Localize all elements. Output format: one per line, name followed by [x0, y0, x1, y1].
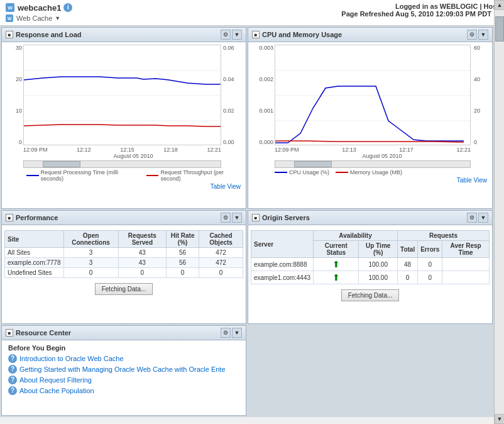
- legend-item-cpu: CPU Usage (%): [275, 169, 329, 176]
- origin-group-header-row: Server Availability Requests: [251, 231, 490, 241]
- requests-example: 43: [118, 258, 166, 268]
- table-row: Undefined Sites 0 0 0 0: [5, 268, 243, 278]
- settings-icon-origin[interactable]: ⚙: [467, 213, 477, 223]
- close-icon-resource[interactable]: ▼: [232, 328, 242, 338]
- col-cached: Cached Objects: [199, 231, 243, 248]
- scroll-down-button[interactable]: ▼: [495, 414, 504, 424]
- cpu-chart-legend: CPU Usage (%) Memory Usage (MB): [275, 169, 490, 176]
- resource-center-content: Before You Begin ? Introduction to Oracl…: [2, 340, 246, 401]
- header-right: Logged in as WEBLOGIC | Host Page Refres…: [341, 3, 499, 18]
- resource-link-2[interactable]: ? About Request Filtering: [8, 376, 239, 384]
- close-icon-origin[interactable]: ▼: [478, 213, 488, 223]
- origin-content: Server Availability Requests Current Sta…: [248, 225, 492, 309]
- x-axis-labels-cpu: 12:09 PM 12:13 12:17 12:21: [275, 147, 471, 153]
- expand-icon-origin[interactable]: ■: [252, 214, 260, 221]
- resource-center-title: ■ Resource Center: [6, 329, 71, 337]
- close-icon-cpu[interactable]: ▼: [478, 30, 488, 40]
- expand-icon-resource[interactable]: ■: [6, 329, 13, 337]
- origin-table: Server Availability Requests Current Sta…: [251, 230, 490, 284]
- server-1: example.com:8888: [251, 258, 314, 271]
- cpu-memory-svg: [275, 45, 471, 145]
- resource-link-0[interactable]: ? Introduction to Oracle Web Cache: [8, 354, 239, 363]
- settings-icon-resource[interactable]: ⚙: [221, 328, 231, 338]
- performance-content: Site Open Connections Requests Served Hi…: [2, 225, 246, 303]
- expand-icon[interactable]: ■: [6, 31, 13, 38]
- panel-controls: ⚙ ▼: [221, 30, 242, 40]
- legend-label-cpu: CPU Usage (%): [289, 169, 329, 176]
- uptime-1: 100.00: [359, 258, 398, 271]
- logged-in-label: Logged in as: [395, 3, 438, 10]
- info-icon[interactable]: i: [63, 3, 72, 12]
- legend-color-cpu-blue: [275, 172, 287, 173]
- cached-example: 472: [199, 258, 243, 268]
- right-scrollbar[interactable]: ▲ ▼: [494, 0, 504, 424]
- total-2: 0: [398, 271, 418, 284]
- table-view-link[interactable]: Table View: [4, 182, 243, 191]
- cpu-scrollbar-h[interactable]: [275, 160, 471, 168]
- legend-label-memory: Memory Usage (MB): [350, 169, 402, 176]
- help-icon-2: ?: [8, 376, 17, 384]
- expand-icon-perf[interactable]: ■: [6, 214, 13, 221]
- page-refresh-info: Page Refreshed Aug 5, 2010 12:09:03 PM P…: [341, 10, 499, 18]
- col-total: Total: [398, 241, 418, 258]
- origin-fetch-button[interactable]: Fetching Data...: [341, 289, 400, 301]
- dropdown-arrow-icon: ▼: [55, 15, 60, 21]
- open-all: 3: [63, 248, 118, 258]
- performance-table: Site Open Connections Requests Served Hi…: [4, 230, 243, 278]
- response-load-chart-area: 30 20 10 0 0.06 0.04 0.02 0.00: [2, 42, 246, 194]
- cpu-memory-header: ■ CPU and Memory Usage ⚙ ▼: [248, 28, 492, 42]
- resource-link-label-2: About Request Filtering: [19, 376, 92, 384]
- col-uptime: Up Time (%): [359, 241, 398, 258]
- perf-fetch-button[interactable]: Fetching Data...: [95, 283, 153, 295]
- site-example: example.com:7778: [5, 258, 64, 268]
- cpu-chart-date: August 05 2010: [275, 153, 490, 159]
- y-axis-left-cpu: 0.003 0.002 0.001 0.000: [251, 45, 273, 145]
- table-row: All Sites 3 43 56 472: [5, 248, 243, 258]
- resource-center-label: Resource Center: [16, 329, 71, 337]
- resource-link-1[interactable]: ? Getting Started with Managing Oracle W…: [8, 365, 239, 374]
- close-icon-perf[interactable]: ▼: [232, 213, 242, 223]
- cpu-memory-panel: ■ CPU and Memory Usage ⚙ ▼ 0.003 0.002 0…: [248, 27, 493, 209]
- col-requests-group: Requests: [398, 231, 490, 241]
- cpu-memory-label: CPU and Memory Usage: [262, 31, 342, 38]
- chart-date-label: August 05 2010: [23, 153, 243, 159]
- app-subtitle-bar[interactable]: W Web Cache ▼: [5, 14, 72, 23]
- app-subtitle: Web Cache: [16, 14, 52, 22]
- response-load-title: ■ Response and Load: [6, 31, 82, 38]
- close-icon[interactable]: ▼: [232, 30, 242, 40]
- cpu-table-view-link[interactable]: Table View: [251, 176, 490, 185]
- app-name: webcache1: [18, 3, 61, 13]
- cpu-scrollbar-thumb: [294, 161, 332, 167]
- site-undefined: Undefined Sites: [5, 268, 64, 278]
- scroll-track[interactable]: [495, 10, 504, 414]
- settings-icon-cpu[interactable]: ⚙: [467, 30, 477, 40]
- resource-section-title: Before You Begin: [8, 344, 239, 352]
- uptime-2: 100.00: [359, 271, 398, 284]
- legend-item-memory: Memory Usage (MB): [336, 169, 402, 176]
- origin-title: ■ Origin Servers: [252, 214, 310, 221]
- origin-label: Origin Servers: [262, 214, 310, 221]
- settings-icon-perf[interactable]: ⚙: [221, 213, 231, 223]
- table-row: example.com:8888 ⬆ 100.00 48 0: [251, 258, 490, 271]
- up-arrow-icon-1: ⬆: [332, 259, 340, 269]
- performance-label: Performance: [16, 214, 58, 221]
- help-icon-3: ?: [8, 386, 17, 395]
- scroll-up-button[interactable]: ▲: [495, 0, 504, 10]
- webcache-small-icon: W: [5, 14, 14, 23]
- scroll-thumb[interactable]: [495, 16, 504, 42]
- performance-panel: ■ Performance ⚙ ▼ Site Open Connections …: [1, 210, 246, 324]
- y-axis-left: 30 20 10 0: [4, 45, 22, 145]
- legend-item-processing: Request Processing Time (milli seconds): [26, 169, 140, 182]
- separator: |: [479, 3, 481, 10]
- errors-1: 0: [418, 258, 442, 271]
- cpu-panel-controls: ⚙ ▼: [467, 30, 488, 40]
- svg-text:W: W: [8, 16, 12, 21]
- settings-icon[interactable]: ⚙: [221, 30, 231, 40]
- performance-table-body: All Sites 3 43 56 472 example.com:7778 3…: [5, 248, 243, 278]
- expand-icon-cpu[interactable]: ■: [252, 31, 260, 38]
- col-availability-group: Availability: [314, 231, 398, 241]
- resource-link-3[interactable]: ? About Cache Population: [8, 386, 239, 395]
- col-site: Site: [5, 231, 64, 248]
- resource-panel-controls: ⚙ ▼: [221, 328, 242, 338]
- chart-scrollbar-h[interactable]: [23, 160, 221, 168]
